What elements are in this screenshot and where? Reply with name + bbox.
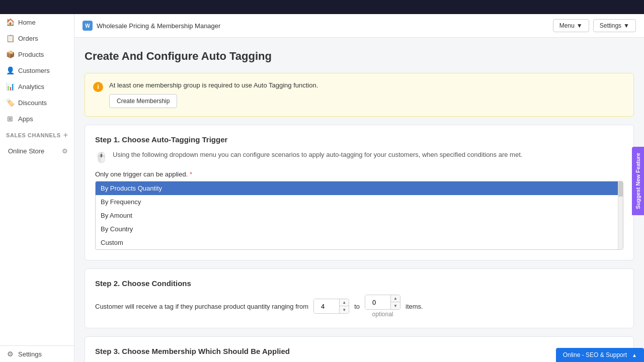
settings-button[interactable]: Settings ▼ (593, 19, 636, 32)
sidebar-item-products-label: Products (18, 51, 44, 58)
dropdown-option-products-quantity[interactable]: By Products Quantity (96, 182, 623, 195)
step1-desc-icon: 🖱️ (95, 151, 108, 163)
to-spinner: ▲ ▼ (390, 295, 400, 309)
support-widget[interactable]: Online - SEO & Support ▲ (556, 348, 644, 362)
sidebar-item-home[interactable]: 🏠 Home (0, 14, 74, 30)
sidebar-item-apps-label: Apps (18, 115, 33, 123)
apps-icon: ⊞ (6, 115, 14, 123)
online-store-label: Online Store (8, 147, 44, 155)
conditions-text: Customer will receive a tag if they purc… (95, 303, 308, 310)
sidebar-nav: 🏠 Home 📋 Orders 📦 Products 👤 Customers 📊… (0, 14, 74, 127)
from-quantity-up[interactable]: ▲ (340, 299, 349, 306)
app-header: W Wholesale Pricing & Membership Manager… (74, 14, 644, 38)
channels-section-header: SALES CHANNELS + (0, 127, 74, 144)
dropdown-scrollbar-thumb (618, 182, 623, 197)
page-title: Create And Configure Auto Tagging (85, 50, 634, 63)
step1-title: Step 1. Choose Auto-Tagging Trigger (95, 135, 623, 144)
main-content: W Wholesale Pricing & Membership Manager… (74, 14, 644, 362)
sidebar-item-analytics[interactable]: 📊 Analytics (0, 78, 74, 95)
dropdown-option-country[interactable]: By Country (96, 222, 623, 236)
analytics-icon: 📊 (6, 82, 14, 90)
sidebar-bottom: ⚙ Settings (0, 345, 74, 362)
dropdown-option-amount[interactable]: By Amount (96, 209, 623, 222)
sidebar-item-customers[interactable]: 👤 Customers (0, 62, 74, 78)
create-membership-button[interactable]: Create Membership (109, 94, 177, 108)
to-quantity-up[interactable]: ▲ (391, 295, 400, 302)
sidebar-item-discounts[interactable]: 🏷️ Discounts (0, 95, 74, 111)
sidebar-item-discounts-label: Discounts (18, 99, 47, 107)
alert-box: i At least one membership group is requi… (85, 73, 634, 117)
alert-icon: i (93, 82, 103, 92)
step1-description: 🖱️ Using the following dropdown menu you… (95, 151, 623, 163)
optional-label: optional (372, 311, 393, 318)
from-spinner: ▲ ▼ (339, 299, 349, 313)
to-quantity-down[interactable]: ▼ (391, 302, 400, 309)
step2-card: Step 2. Choose Conditions Customer will … (85, 268, 634, 328)
support-label: Online - SEO & Support (563, 351, 627, 358)
trigger-label: Only one trigger can be applied. * (95, 170, 623, 178)
top-bar (0, 0, 644, 14)
sidebar-item-apps[interactable]: ⊞ Apps (0, 111, 74, 127)
to-quantity-input-group: ▲ ▼ (365, 295, 400, 310)
step3-card: Step 3. Choose Membership Which Should B… (85, 336, 634, 362)
discounts-icon: 🏷️ (6, 99, 14, 107)
trigger-required-marker: * (190, 170, 192, 178)
app-header-right: Menu ▼ Settings ▼ (553, 19, 636, 32)
alert-message: At least one membership group is require… (109, 81, 625, 89)
app-header-left: W Wholesale Pricing & Membership Manager (83, 21, 220, 31)
units-label: items. (406, 303, 423, 310)
alert-content: At least one membership group is require… (109, 81, 625, 108)
sidebar: 🏠 Home 📋 Orders 📦 Products 👤 Customers 📊… (0, 14, 74, 362)
app-logo: W (83, 21, 93, 31)
conditions-row: Customer will receive a tag if they purc… (95, 295, 623, 318)
new-feature-tab[interactable]: Suggest New Feature (632, 147, 644, 215)
dropdown-option-custom[interactable]: Custom (96, 236, 623, 249)
support-chevron-icon: ▲ (632, 352, 637, 358)
to-quantity-input[interactable] (365, 295, 390, 309)
dropdown-scrollbar[interactable] (618, 182, 623, 249)
from-quantity-input-group: ▲ ▼ (313, 299, 349, 314)
dropdown-option-frequency[interactable]: By Frequency (96, 195, 623, 209)
app-title: Wholesale Pricing & Membership Manager (97, 22, 220, 30)
sidebar-item-products[interactable]: 📦 Products (0, 46, 74, 62)
sidebar-item-analytics-label: Analytics (18, 83, 44, 90)
step1-card: Step 1. Choose Auto-Tagging Trigger 🖱️ U… (85, 125, 634, 260)
customers-icon: 👤 (6, 66, 14, 74)
settings-icon: ⚙ (6, 350, 14, 358)
to-label: to (354, 303, 360, 310)
products-icon: 📦 (6, 50, 14, 58)
menu-button[interactable]: Menu ▼ (553, 19, 589, 32)
online-store-settings-icon[interactable]: ⚙ (62, 147, 68, 155)
from-quantity-down[interactable]: ▼ (340, 306, 349, 313)
sidebar-item-settings[interactable]: ⚙ Settings (0, 346, 74, 362)
from-quantity-input[interactable] (314, 299, 339, 313)
sidebar-item-online-store[interactable]: Online Store ⚙ (0, 144, 74, 158)
settings-chevron-icon: ▼ (623, 22, 629, 29)
trigger-dropdown[interactable]: By Products Quantity By Frequency By Amo… (95, 181, 623, 250)
step2-title: Step 2. Choose Conditions (95, 279, 623, 288)
channels-add-icon[interactable]: + (63, 131, 68, 140)
sidebar-item-home-label: Home (18, 19, 36, 26)
step1-desc-text: Using the following dropdown menu you ca… (113, 151, 522, 158)
sidebar-item-settings-label: Settings (18, 350, 42, 358)
step3-title: Step 3. Choose Membership Which Should B… (95, 347, 623, 355)
sidebar-item-orders[interactable]: 📋 Orders (0, 30, 74, 46)
page-body: Create And Configure Auto Tagging i At l… (74, 38, 644, 362)
orders-icon: 📋 (6, 34, 14, 42)
sidebar-item-customers-label: Customers (18, 67, 50, 74)
sidebar-item-orders-label: Orders (18, 35, 38, 42)
channels-section-label: SALES CHANNELS (6, 132, 61, 138)
menu-chevron-icon: ▼ (577, 22, 583, 29)
home-icon: 🏠 (6, 18, 14, 26)
